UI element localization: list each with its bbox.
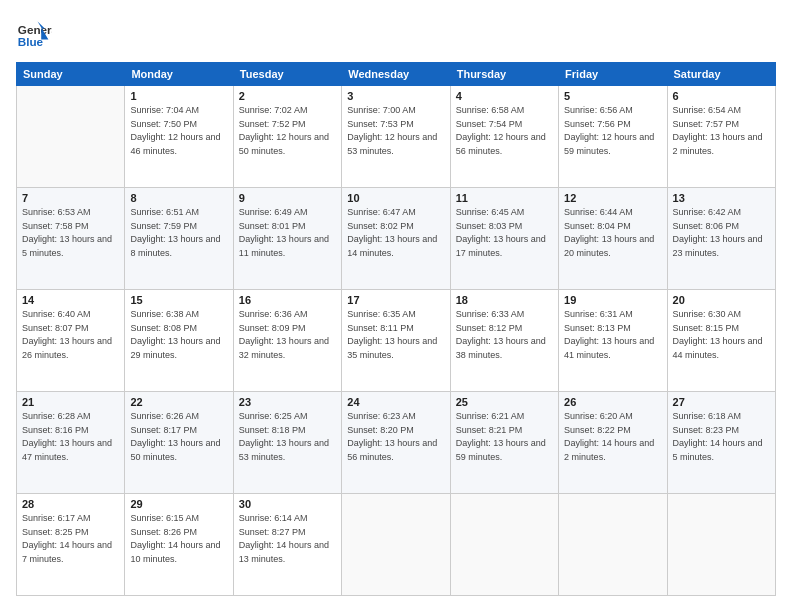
day-number: 29 xyxy=(130,498,227,510)
day-info: Sunrise: 6:49 AMSunset: 8:01 PMDaylight:… xyxy=(239,207,329,258)
day-number: 23 xyxy=(239,396,336,408)
calendar-week-5: 28 Sunrise: 6:17 AMSunset: 8:25 PMDaylig… xyxy=(17,494,776,596)
calendar-cell: 8 Sunrise: 6:51 AMSunset: 7:59 PMDayligh… xyxy=(125,188,233,290)
calendar-week-1: 1 Sunrise: 7:04 AMSunset: 7:50 PMDayligh… xyxy=(17,86,776,188)
day-number: 16 xyxy=(239,294,336,306)
day-info: Sunrise: 6:42 AMSunset: 8:06 PMDaylight:… xyxy=(673,207,763,258)
header: General Blue xyxy=(16,16,776,52)
calendar-cell xyxy=(667,494,775,596)
page: General Blue SundayMondayTuesdayWednesda… xyxy=(0,0,792,612)
calendar-cell: 21 Sunrise: 6:28 AMSunset: 8:16 PMDaylig… xyxy=(17,392,125,494)
svg-text:Blue: Blue xyxy=(18,35,44,48)
day-info: Sunrise: 6:18 AMSunset: 8:23 PMDaylight:… xyxy=(673,411,763,462)
calendar-cell: 30 Sunrise: 6:14 AMSunset: 8:27 PMDaylig… xyxy=(233,494,341,596)
logo-icon: General Blue xyxy=(16,16,52,52)
day-number: 5 xyxy=(564,90,661,102)
col-header-tuesday: Tuesday xyxy=(233,63,341,86)
day-info: Sunrise: 7:04 AMSunset: 7:50 PMDaylight:… xyxy=(130,105,220,156)
day-number: 22 xyxy=(130,396,227,408)
calendar-cell: 25 Sunrise: 6:21 AMSunset: 8:21 PMDaylig… xyxy=(450,392,558,494)
day-info: Sunrise: 6:30 AMSunset: 8:15 PMDaylight:… xyxy=(673,309,763,360)
day-info: Sunrise: 6:31 AMSunset: 8:13 PMDaylight:… xyxy=(564,309,654,360)
calendar-cell: 9 Sunrise: 6:49 AMSunset: 8:01 PMDayligh… xyxy=(233,188,341,290)
day-number: 3 xyxy=(347,90,444,102)
calendar-cell: 24 Sunrise: 6:23 AMSunset: 8:20 PMDaylig… xyxy=(342,392,450,494)
day-number: 4 xyxy=(456,90,553,102)
day-number: 20 xyxy=(673,294,770,306)
calendar-week-3: 14 Sunrise: 6:40 AMSunset: 8:07 PMDaylig… xyxy=(17,290,776,392)
calendar-week-4: 21 Sunrise: 6:28 AMSunset: 8:16 PMDaylig… xyxy=(17,392,776,494)
day-info: Sunrise: 6:25 AMSunset: 8:18 PMDaylight:… xyxy=(239,411,329,462)
day-info: Sunrise: 6:58 AMSunset: 7:54 PMDaylight:… xyxy=(456,105,546,156)
col-header-sunday: Sunday xyxy=(17,63,125,86)
day-info: Sunrise: 6:54 AMSunset: 7:57 PMDaylight:… xyxy=(673,105,763,156)
calendar-cell: 2 Sunrise: 7:02 AMSunset: 7:52 PMDayligh… xyxy=(233,86,341,188)
calendar-cell: 20 Sunrise: 6:30 AMSunset: 8:15 PMDaylig… xyxy=(667,290,775,392)
day-info: Sunrise: 6:26 AMSunset: 8:17 PMDaylight:… xyxy=(130,411,220,462)
calendar-cell: 5 Sunrise: 6:56 AMSunset: 7:56 PMDayligh… xyxy=(559,86,667,188)
day-info: Sunrise: 6:35 AMSunset: 8:11 PMDaylight:… xyxy=(347,309,437,360)
day-info: Sunrise: 6:17 AMSunset: 8:25 PMDaylight:… xyxy=(22,513,112,564)
day-info: Sunrise: 6:56 AMSunset: 7:56 PMDaylight:… xyxy=(564,105,654,156)
day-info: Sunrise: 6:33 AMSunset: 8:12 PMDaylight:… xyxy=(456,309,546,360)
day-number: 12 xyxy=(564,192,661,204)
day-number: 28 xyxy=(22,498,119,510)
calendar-cell: 16 Sunrise: 6:36 AMSunset: 8:09 PMDaylig… xyxy=(233,290,341,392)
day-info: Sunrise: 6:28 AMSunset: 8:16 PMDaylight:… xyxy=(22,411,112,462)
calendar-cell: 19 Sunrise: 6:31 AMSunset: 8:13 PMDaylig… xyxy=(559,290,667,392)
col-header-thursday: Thursday xyxy=(450,63,558,86)
col-header-saturday: Saturday xyxy=(667,63,775,86)
day-info: Sunrise: 6:20 AMSunset: 8:22 PMDaylight:… xyxy=(564,411,654,462)
day-number: 25 xyxy=(456,396,553,408)
day-info: Sunrise: 6:21 AMSunset: 8:21 PMDaylight:… xyxy=(456,411,546,462)
day-info: Sunrise: 6:15 AMSunset: 8:26 PMDaylight:… xyxy=(130,513,220,564)
day-number: 6 xyxy=(673,90,770,102)
col-header-friday: Friday xyxy=(559,63,667,86)
calendar-cell: 14 Sunrise: 6:40 AMSunset: 8:07 PMDaylig… xyxy=(17,290,125,392)
calendar-cell: 4 Sunrise: 6:58 AMSunset: 7:54 PMDayligh… xyxy=(450,86,558,188)
day-number: 14 xyxy=(22,294,119,306)
day-number: 27 xyxy=(673,396,770,408)
col-header-monday: Monday xyxy=(125,63,233,86)
day-info: Sunrise: 6:53 AMSunset: 7:58 PMDaylight:… xyxy=(22,207,112,258)
calendar-cell: 7 Sunrise: 6:53 AMSunset: 7:58 PMDayligh… xyxy=(17,188,125,290)
day-number: 24 xyxy=(347,396,444,408)
day-info: Sunrise: 6:51 AMSunset: 7:59 PMDaylight:… xyxy=(130,207,220,258)
day-info: Sunrise: 6:45 AMSunset: 8:03 PMDaylight:… xyxy=(456,207,546,258)
day-info: Sunrise: 6:44 AMSunset: 8:04 PMDaylight:… xyxy=(564,207,654,258)
day-number: 17 xyxy=(347,294,444,306)
day-info: Sunrise: 6:23 AMSunset: 8:20 PMDaylight:… xyxy=(347,411,437,462)
calendar-cell: 28 Sunrise: 6:17 AMSunset: 8:25 PMDaylig… xyxy=(17,494,125,596)
day-info: Sunrise: 6:36 AMSunset: 8:09 PMDaylight:… xyxy=(239,309,329,360)
col-header-wednesday: Wednesday xyxy=(342,63,450,86)
day-number: 15 xyxy=(130,294,227,306)
calendar-cell: 29 Sunrise: 6:15 AMSunset: 8:26 PMDaylig… xyxy=(125,494,233,596)
calendar-table: SundayMondayTuesdayWednesdayThursdayFrid… xyxy=(16,62,776,596)
calendar-cell: 10 Sunrise: 6:47 AMSunset: 8:02 PMDaylig… xyxy=(342,188,450,290)
day-number: 26 xyxy=(564,396,661,408)
day-number: 18 xyxy=(456,294,553,306)
day-number: 10 xyxy=(347,192,444,204)
day-info: Sunrise: 7:00 AMSunset: 7:53 PMDaylight:… xyxy=(347,105,437,156)
calendar-cell: 6 Sunrise: 6:54 AMSunset: 7:57 PMDayligh… xyxy=(667,86,775,188)
calendar-cell: 23 Sunrise: 6:25 AMSunset: 8:18 PMDaylig… xyxy=(233,392,341,494)
calendar-cell: 1 Sunrise: 7:04 AMSunset: 7:50 PMDayligh… xyxy=(125,86,233,188)
calendar-cell: 13 Sunrise: 6:42 AMSunset: 8:06 PMDaylig… xyxy=(667,188,775,290)
calendar-cell xyxy=(17,86,125,188)
day-number: 2 xyxy=(239,90,336,102)
day-number: 13 xyxy=(673,192,770,204)
day-info: Sunrise: 6:14 AMSunset: 8:27 PMDaylight:… xyxy=(239,513,329,564)
day-number: 8 xyxy=(130,192,227,204)
day-number: 1 xyxy=(130,90,227,102)
calendar-header-row: SundayMondayTuesdayWednesdayThursdayFrid… xyxy=(17,63,776,86)
day-info: Sunrise: 6:40 AMSunset: 8:07 PMDaylight:… xyxy=(22,309,112,360)
logo: General Blue xyxy=(16,16,56,52)
day-number: 9 xyxy=(239,192,336,204)
day-number: 19 xyxy=(564,294,661,306)
day-number: 30 xyxy=(239,498,336,510)
calendar-cell: 12 Sunrise: 6:44 AMSunset: 8:04 PMDaylig… xyxy=(559,188,667,290)
day-info: Sunrise: 6:47 AMSunset: 8:02 PMDaylight:… xyxy=(347,207,437,258)
calendar-week-2: 7 Sunrise: 6:53 AMSunset: 7:58 PMDayligh… xyxy=(17,188,776,290)
calendar-cell: 11 Sunrise: 6:45 AMSunset: 8:03 PMDaylig… xyxy=(450,188,558,290)
day-number: 21 xyxy=(22,396,119,408)
